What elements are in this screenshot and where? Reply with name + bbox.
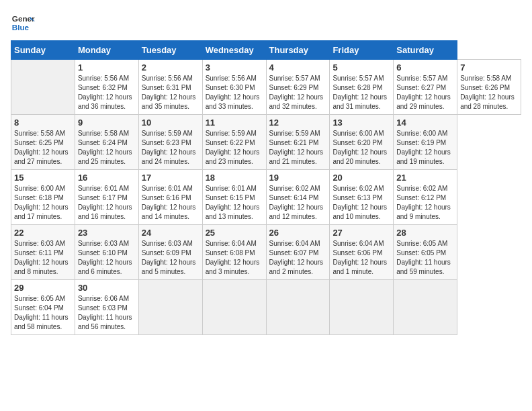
day-number: 29 xyxy=(14,283,72,293)
day-number: 11 xyxy=(206,118,263,128)
day-info: Sunrise: 5:57 AMSunset: 6:28 PMDaylight:… xyxy=(332,74,390,111)
calendar-cell: 24Sunrise: 6:03 AMSunset: 6:09 PMDayligh… xyxy=(138,225,202,280)
day-number: 4 xyxy=(269,62,327,73)
day-info: Sunrise: 6:03 AMSunset: 6:10 PMDaylight:… xyxy=(78,239,136,277)
calendar-cell: 29Sunrise: 6:05 AMSunset: 6:04 PMDayligh… xyxy=(11,280,75,335)
calendar-cell: 4Sunrise: 5:57 AMSunset: 6:29 PMDaylight… xyxy=(266,60,330,115)
day-info: Sunrise: 5:56 AMSunset: 6:32 PMDaylight:… xyxy=(78,74,136,111)
day-number: 20 xyxy=(332,173,390,183)
calendar-table: SundayMondayTuesdayWednesdayThursdayFrid… xyxy=(11,40,521,335)
day-number: 16 xyxy=(78,173,136,183)
day-number: 6 xyxy=(396,62,454,73)
day-info: Sunrise: 6:04 AMSunset: 6:06 PMDaylight:… xyxy=(332,239,390,277)
day-info: Sunrise: 5:59 AMSunset: 6:21 PMDaylight:… xyxy=(269,129,327,167)
calendar-week-2: 8Sunrise: 5:58 AMSunset: 6:25 PMDaylight… xyxy=(11,115,521,170)
calendar-week-4: 22Sunrise: 6:03 AMSunset: 6:11 PMDayligh… xyxy=(11,225,521,280)
day-number: 1 xyxy=(78,62,136,73)
calendar-cell: 13Sunrise: 6:00 AMSunset: 6:20 PMDayligh… xyxy=(330,115,394,170)
calendar-cell: 17Sunrise: 6:01 AMSunset: 6:16 PMDayligh… xyxy=(138,170,202,225)
day-number: 15 xyxy=(14,173,72,183)
day-info: Sunrise: 6:01 AMSunset: 6:16 PMDaylight:… xyxy=(142,184,200,222)
day-info: Sunrise: 6:05 AMSunset: 6:05 PMDaylight:… xyxy=(396,239,454,277)
calendar-cell: 12Sunrise: 5:59 AMSunset: 6:21 PMDayligh… xyxy=(266,115,330,170)
day-number: 5 xyxy=(332,62,390,73)
day-number: 26 xyxy=(269,228,327,238)
weekday-header-saturday: Saturday xyxy=(394,41,457,60)
day-number: 23 xyxy=(78,228,136,238)
calendar-cell: 23Sunrise: 6:03 AMSunset: 6:10 PMDayligh… xyxy=(75,225,138,280)
day-info: Sunrise: 5:59 AMSunset: 6:22 PMDaylight:… xyxy=(206,129,263,167)
calendar-cell: 15Sunrise: 6:00 AMSunset: 6:18 PMDayligh… xyxy=(11,170,75,225)
calendar-cell: 27Sunrise: 6:04 AMSunset: 6:06 PMDayligh… xyxy=(330,225,394,280)
day-number: 13 xyxy=(332,118,390,128)
calendar-cell: 2Sunrise: 5:56 AMSunset: 6:31 PMDaylight… xyxy=(138,60,202,115)
calendar-week-5: 29Sunrise: 6:05 AMSunset: 6:04 PMDayligh… xyxy=(11,280,521,335)
day-info: Sunrise: 6:02 AMSunset: 6:13 PMDaylight:… xyxy=(332,184,390,222)
day-number: 8 xyxy=(14,118,72,128)
day-number: 18 xyxy=(206,173,263,183)
calendar-cell: 19Sunrise: 6:02 AMSunset: 6:14 PMDayligh… xyxy=(266,170,330,225)
weekday-header-tuesday: Tuesday xyxy=(138,41,202,60)
calendar-cell: 8Sunrise: 5:58 AMSunset: 6:25 PMDaylight… xyxy=(11,115,75,170)
calendar-cell-empty xyxy=(11,60,75,115)
weekday-header-sunday: Sunday xyxy=(11,41,75,60)
calendar-cell xyxy=(394,280,457,335)
calendar-week-3: 15Sunrise: 6:00 AMSunset: 6:18 PMDayligh… xyxy=(11,170,521,225)
day-number: 3 xyxy=(206,62,263,73)
day-number: 19 xyxy=(269,173,327,183)
day-info: Sunrise: 6:06 AMSunset: 6:03 PMDaylight:… xyxy=(78,294,136,332)
calendar-cell: 14Sunrise: 6:00 AMSunset: 6:19 PMDayligh… xyxy=(394,115,457,170)
day-number: 24 xyxy=(142,228,200,238)
weekday-header-row: SundayMondayTuesdayWednesdayThursdayFrid… xyxy=(11,41,521,60)
weekday-header-wednesday: Wednesday xyxy=(202,41,266,60)
calendar-cell: 22Sunrise: 6:03 AMSunset: 6:11 PMDayligh… xyxy=(11,225,75,280)
day-number: 27 xyxy=(332,228,390,238)
logo-icon: General Blue xyxy=(11,11,35,35)
calendar-cell: 1Sunrise: 5:56 AMSunset: 6:32 PMDaylight… xyxy=(75,60,138,115)
calendar-cell: 5Sunrise: 5:57 AMSunset: 6:28 PMDaylight… xyxy=(330,60,394,115)
calendar-cell: 11Sunrise: 5:59 AMSunset: 6:22 PMDayligh… xyxy=(202,115,266,170)
day-info: Sunrise: 5:56 AMSunset: 6:30 PMDaylight:… xyxy=(206,74,263,111)
calendar-cell xyxy=(330,280,394,335)
svg-text:Blue: Blue xyxy=(12,23,30,32)
day-number: 2 xyxy=(142,62,200,73)
day-info: Sunrise: 5:58 AMSunset: 6:25 PMDaylight:… xyxy=(14,129,72,167)
day-info: Sunrise: 5:56 AMSunset: 6:31 PMDaylight:… xyxy=(142,74,200,111)
calendar-cell: 20Sunrise: 6:02 AMSunset: 6:13 PMDayligh… xyxy=(330,170,394,225)
calendar-cell xyxy=(202,280,266,335)
day-info: Sunrise: 5:57 AMSunset: 6:27 PMDaylight:… xyxy=(396,74,454,111)
calendar-cell: 6Sunrise: 5:57 AMSunset: 6:27 PMDaylight… xyxy=(394,60,457,115)
day-info: Sunrise: 6:01 AMSunset: 6:15 PMDaylight:… xyxy=(206,184,263,222)
day-number: 21 xyxy=(396,173,454,183)
weekday-header-thursday: Thursday xyxy=(266,41,330,60)
day-number: 7 xyxy=(460,62,518,73)
calendar-cell xyxy=(138,280,202,335)
day-number: 9 xyxy=(78,118,136,128)
weekday-header-monday: Monday xyxy=(75,41,138,60)
logo: General Blue xyxy=(11,11,35,35)
day-number: 14 xyxy=(396,118,454,128)
day-number: 17 xyxy=(142,173,200,183)
day-info: Sunrise: 6:04 AMSunset: 6:08 PMDaylight:… xyxy=(206,239,263,277)
calendar-cell: 21Sunrise: 6:02 AMSunset: 6:12 PMDayligh… xyxy=(394,170,457,225)
day-number: 10 xyxy=(142,118,200,128)
calendar-cell: 3Sunrise: 5:56 AMSunset: 6:30 PMDaylight… xyxy=(202,60,266,115)
calendar-cell: 10Sunrise: 5:59 AMSunset: 6:23 PMDayligh… xyxy=(138,115,202,170)
day-number: 25 xyxy=(206,228,263,238)
calendar-cell xyxy=(266,280,330,335)
page-header: General Blue xyxy=(11,11,521,35)
day-info: Sunrise: 6:02 AMSunset: 6:14 PMDaylight:… xyxy=(269,184,327,222)
calendar-cell: 26Sunrise: 6:04 AMSunset: 6:07 PMDayligh… xyxy=(266,225,330,280)
calendar-cell: 28Sunrise: 6:05 AMSunset: 6:05 PMDayligh… xyxy=(394,225,457,280)
day-info: Sunrise: 6:00 AMSunset: 6:19 PMDaylight:… xyxy=(396,129,454,167)
calendar-cell: 7Sunrise: 5:58 AMSunset: 6:26 PMDaylight… xyxy=(457,60,521,115)
day-info: Sunrise: 6:02 AMSunset: 6:12 PMDaylight:… xyxy=(396,184,454,222)
day-info: Sunrise: 6:04 AMSunset: 6:07 PMDaylight:… xyxy=(269,239,327,277)
weekday-header-friday: Friday xyxy=(330,41,394,60)
day-info: Sunrise: 6:00 AMSunset: 6:18 PMDaylight:… xyxy=(14,184,72,222)
day-number: 22 xyxy=(14,228,72,238)
day-info: Sunrise: 5:59 AMSunset: 6:23 PMDaylight:… xyxy=(142,129,200,167)
calendar-cell: 16Sunrise: 6:01 AMSunset: 6:17 PMDayligh… xyxy=(75,170,138,225)
day-info: Sunrise: 6:03 AMSunset: 6:11 PMDaylight:… xyxy=(14,239,72,277)
calendar-week-1: 1Sunrise: 5:56 AMSunset: 6:32 PMDaylight… xyxy=(11,60,521,115)
